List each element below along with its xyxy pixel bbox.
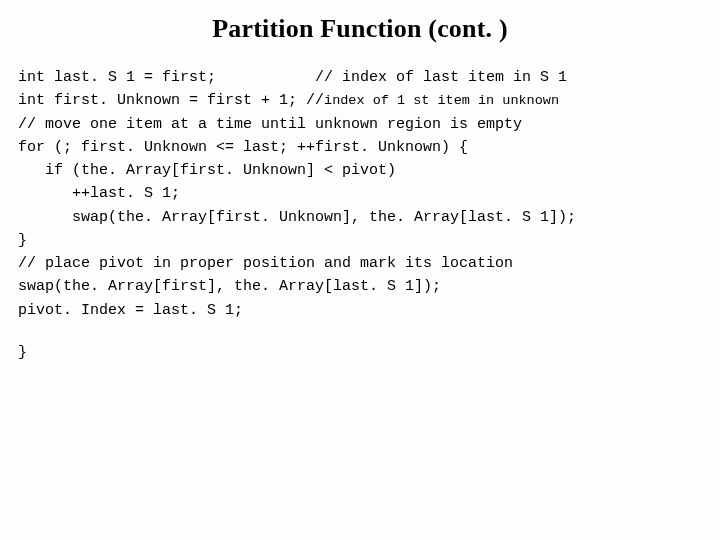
- code-line: int first. Unknown = first + 1; //: [18, 92, 324, 109]
- code-line: int last. S 1 = first; // index of last …: [18, 69, 567, 86]
- code-line: pivot. Index = last. S 1;: [18, 302, 243, 319]
- code-line: swap(the. Array[first], the. Array[last.…: [18, 278, 441, 295]
- code-line: if (the. Array[first. Unknown] < pivot): [18, 162, 396, 179]
- code-block-loop: // move one item at a time until unknown…: [18, 113, 702, 253]
- code-line: // place pivot in proper position and ma…: [18, 255, 513, 272]
- code-block-pivot: // place pivot in proper position and ma…: [18, 252, 702, 322]
- code-line: for (; first. Unknown <= last; ++first. …: [18, 139, 468, 156]
- slide-title: Partition Function (cont. ): [18, 14, 702, 44]
- code-line: ++last. S 1;: [18, 185, 180, 202]
- code-line: }: [18, 232, 27, 249]
- code-line: // move one item at a time until unknown…: [18, 116, 522, 133]
- slide: Partition Function (cont. ) int last. S …: [0, 0, 720, 540]
- code-block-declarations: int last. S 1 = first; // index of last …: [18, 66, 702, 113]
- code-closing-brace: }: [18, 344, 702, 361]
- code-line: swap(the. Array[first. Unknown], the. Ar…: [18, 209, 576, 226]
- code-comment-small: index of 1 st item in unknown: [324, 93, 559, 108]
